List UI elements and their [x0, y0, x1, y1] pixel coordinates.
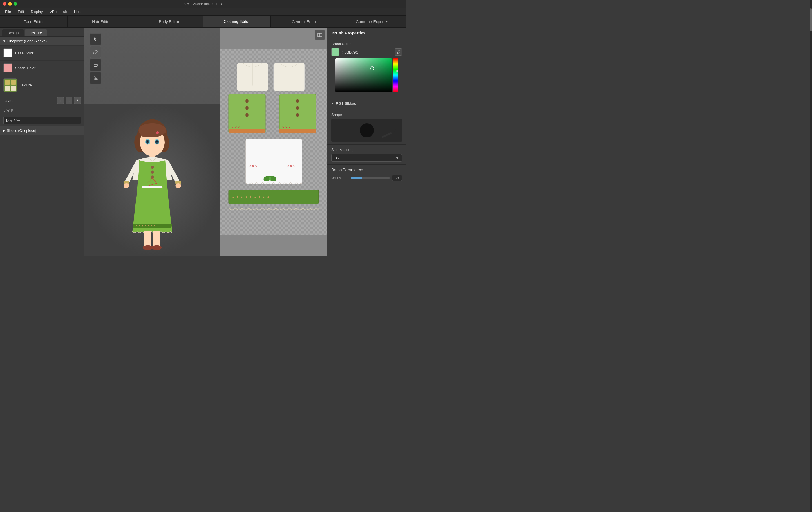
- shape-smear: [381, 132, 392, 138]
- eyedropper-button[interactable]: [395, 49, 402, 56]
- tab-face-editor[interactable]: Face Editor: [0, 16, 67, 27]
- close-button[interactable]: [3, 2, 6, 6]
- layer-name-input[interactable]: [3, 117, 81, 124]
- shade-color-swatch[interactable]: [3, 63, 12, 73]
- sub-tab-texture[interactable]: Texture: [25, 29, 47, 36]
- svg-point-52: [245, 99, 249, 103]
- minimize-button[interactable]: [8, 2, 12, 6]
- texture-row[interactable]: Texture: [0, 76, 84, 95]
- layers-header: Layers ↑ ↓ +: [0, 95, 84, 107]
- chevron-down-icon: ▼: [396, 156, 399, 160]
- svg-point-24: [156, 141, 158, 143]
- tab-clothing-editor[interactable]: Clothing Editor: [203, 16, 270, 27]
- chevron-right-icon: ▶: [3, 129, 5, 132]
- menu-edit[interactable]: Edit: [15, 9, 27, 15]
- tool-palette: [90, 33, 102, 84]
- shape-preview[interactable]: [331, 119, 402, 142]
- tab-general-editor[interactable]: General Editor: [270, 16, 338, 27]
- window-controls[interactable]: [3, 2, 17, 6]
- hue-slider[interactable]: [393, 58, 398, 92]
- brush-color-swatch[interactable]: [331, 48, 339, 56]
- svg-text:✕ ✕ ✕: ✕ ✕ ✕: [248, 165, 258, 168]
- shape-label: Shape: [331, 113, 402, 117]
- svg-point-66: [269, 177, 271, 180]
- shade-color-row[interactable]: Shade Color: [0, 61, 84, 76]
- eraser-tool-button[interactable]: [90, 59, 102, 71]
- svg-rect-3: [5, 86, 10, 91]
- window-title: Vivi - VRoidStudio 0.11.3: [184, 2, 222, 6]
- menu-file[interactable]: File: [2, 9, 14, 15]
- brush-tool-button[interactable]: [90, 46, 102, 58]
- maximize-button[interactable]: [13, 2, 17, 6]
- svg-point-21: [147, 141, 148, 143]
- section-onepiece-label: Onepiece (Long Sleeve): [7, 39, 47, 43]
- layer-input-row: [0, 115, 84, 126]
- sub-tab-design[interactable]: Design: [2, 29, 24, 36]
- color-picker[interactable]: +: [335, 58, 398, 92]
- svg-point-41: [152, 245, 162, 250]
- svg-point-40: [143, 245, 153, 250]
- chevron-down-icon: ▼: [3, 39, 6, 42]
- cursor-tool-button[interactable]: [90, 33, 102, 45]
- texture-label: Texture: [20, 83, 32, 87]
- right-panel: Brush Properties Brush Color # 8BD79C: [327, 28, 406, 256]
- svg-rect-39: [153, 231, 161, 247]
- layer-down-button[interactable]: ↓: [66, 97, 72, 104]
- menu-display[interactable]: Display: [28, 9, 46, 15]
- svg-rect-6: [320, 33, 322, 37]
- uv-map-area[interactable]: +: [220, 28, 327, 256]
- svg-rect-55: [229, 129, 265, 134]
- guide-row: ガイド: [0, 107, 84, 115]
- tab-body-editor[interactable]: Body Editor: [136, 16, 203, 27]
- svg-text:✕ ✕ ✕: ✕ ✕ ✕: [231, 126, 240, 129]
- brush-shape-circle: [360, 123, 374, 137]
- guide-label: ガイド: [3, 108, 13, 112]
- viewport-3d[interactable]: ✦ ✦ ✦ ✦ ✦ ✦ ✦: [84, 28, 220, 256]
- svg-point-27: [151, 171, 154, 174]
- rgb-sliders-section: ▼ RGB Sliders: [327, 98, 406, 110]
- brush-params-label: Brush Parameters: [331, 168, 402, 172]
- tab-hair-editor[interactable]: Hair Editor: [67, 16, 135, 27]
- svg-text:✦ ✦ ✦ ✦ ✦ ✦ ✦: ✦ ✦ ✦ ✦ ✦ ✦ ✦: [136, 224, 156, 227]
- uv-map-display: +: [220, 28, 327, 256]
- color-gradient-picker[interactable]: +: [335, 58, 392, 92]
- svg-rect-2: [11, 80, 16, 85]
- brush-color-row: # 8BD79C: [331, 48, 402, 56]
- brush-color-label: Brush Color: [331, 42, 402, 46]
- base-color-label: Base Color: [15, 51, 33, 55]
- compare-button[interactable]: [315, 30, 325, 40]
- brush-properties-title: Brush Properties: [327, 28, 406, 38]
- title-bar: Vivi - VRoidStudio 0.11.3: [0, 0, 406, 8]
- rgb-sliders-header[interactable]: ▼ RGB Sliders: [331, 100, 402, 107]
- size-mapping-select[interactable]: UV ▼: [331, 154, 402, 162]
- section-shoes[interactable]: ▶ Shoes (Onepiece): [0, 126, 84, 135]
- base-color-swatch[interactable]: [3, 49, 12, 57]
- section-onepiece[interactable]: ▼ Onepiece (Long Sleeve): [0, 37, 84, 46]
- layer-add-button[interactable]: +: [74, 97, 81, 104]
- svg-text:+: +: [270, 85, 272, 88]
- svg-text:✕ ✕ ✕: ✕ ✕ ✕: [282, 126, 291, 129]
- svg-rect-5: [318, 33, 320, 37]
- size-mapping-label: Size Mapping: [331, 148, 402, 152]
- size-mapping-value: UV: [335, 156, 340, 160]
- svg-point-71: [397, 53, 398, 54]
- sub-tabs: Design Texture: [0, 28, 84, 37]
- base-color-row[interactable]: Base Color: [0, 46, 84, 61]
- fill-tool-button[interactable]: [90, 72, 102, 84]
- menu-vroid-hub[interactable]: VRoid Hub: [47, 9, 70, 15]
- svg-rect-7: [94, 64, 97, 66]
- tab-camera-exporter[interactable]: Camera / Exporter: [339, 16, 406, 27]
- texture-thumbnail[interactable]: [3, 78, 17, 92]
- width-slider[interactable]: [351, 177, 390, 178]
- width-value[interactable]: 30: [392, 175, 402, 181]
- menu-bar: File Edit Display VRoid Hub Help: [0, 8, 406, 16]
- layer-up-button[interactable]: ↑: [57, 97, 64, 104]
- width-param-row: Width 30: [331, 175, 402, 181]
- svg-point-17: [140, 129, 150, 137]
- svg-text:✕ ✕ ✕: ✕ ✕ ✕: [286, 165, 296, 168]
- shade-color-label: Shade Color: [15, 66, 35, 70]
- character-3d-view: ✦ ✦ ✦ ✦ ✦ ✦ ✦: [84, 28, 220, 256]
- brush-params-section: Brush Parameters Width 30: [327, 165, 406, 186]
- menu-help[interactable]: Help: [71, 9, 84, 15]
- brush-hex-value: # 8BD79C: [342, 50, 393, 54]
